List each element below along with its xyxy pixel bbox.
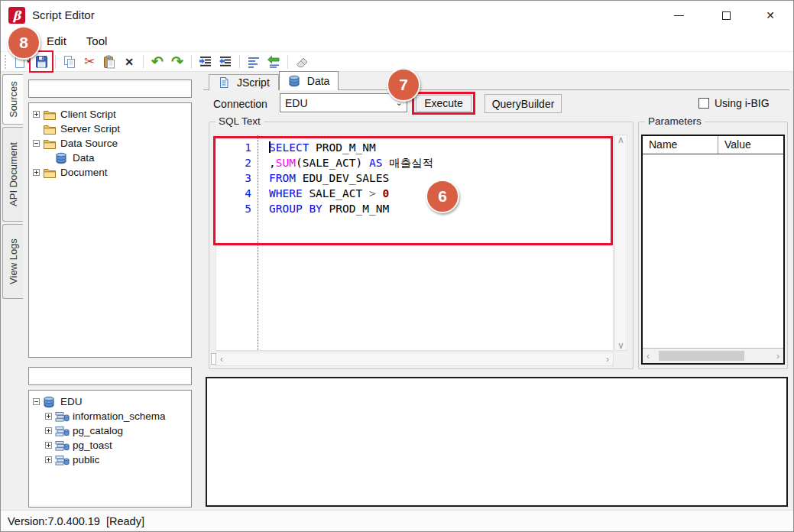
delete-icon: ✕	[125, 57, 134, 67]
parameters-group-label: Parameters	[645, 115, 705, 127]
toolbar-undo-button[interactable]: ↶	[147, 53, 167, 70]
tree-item-public[interactable]: public	[29, 453, 191, 467]
query-builder-button[interactable]: QueryBuilder	[485, 94, 562, 113]
toolbar-save-button[interactable]	[31, 53, 51, 70]
sql-horizontal-scrollbar[interactable]: ‹ ›	[216, 352, 614, 366]
scroll-left-icon[interactable]: ‹	[647, 352, 650, 361]
side-tab-api-document[interactable]: API Document	[2, 127, 23, 222]
parameters-group: Parameters Name Value ‹ ›	[638, 122, 788, 369]
schema-icon	[55, 454, 70, 466]
sql-line-3: FROM EDU_DEV_SALES	[259, 170, 611, 186]
sql-code-area[interactable]: SELECT PROD_M_NM,SUM(SALE_ACT) AS 매출실적FR…	[259, 140, 611, 216]
toolbar-separator	[143, 55, 144, 69]
toolbar-format-lines-button[interactable]	[244, 53, 264, 70]
tree-item-label: Data	[73, 152, 95, 164]
line-number: 5	[216, 201, 258, 216]
toolbar-indent-increase-button[interactable]	[196, 53, 216, 70]
copy-icon	[63, 55, 76, 69]
tree-item-server-script[interactable]: Server Script	[29, 122, 191, 136]
tab-jscript[interactable]: JScript	[209, 74, 279, 90]
parameters-scrollbar[interactable]: ‹ ›	[643, 348, 783, 363]
toolbar-delete-button[interactable]: ✕	[119, 53, 139, 70]
scroll-right-icon[interactable]: ›	[776, 352, 779, 361]
folder-icon	[43, 109, 57, 121]
toolbar-paste-button[interactable]	[99, 53, 119, 70]
tree-item-information-schema[interactable]: information_schema	[29, 409, 191, 423]
toolbar-redo-button[interactable]: ↷	[167, 53, 187, 70]
scroll-left-icon[interactable]: ‹	[220, 355, 223, 364]
line-number: 3	[216, 170, 258, 186]
side-tab-sources[interactable]: Sources	[2, 74, 23, 125]
scroll-up-icon[interactable]: ∧	[617, 135, 624, 144]
scrollbar-thumb[interactable]	[659, 351, 744, 361]
tab-data[interactable]: Data	[279, 71, 339, 90]
tree-item-label: pg_toast	[73, 440, 112, 451]
tree-item-data[interactable]: Data	[29, 151, 191, 165]
line-number: 2	[216, 155, 258, 170]
menu-edit[interactable]: Edit	[47, 34, 66, 47]
toolbar-indent-decrease-button[interactable]	[216, 53, 235, 70]
maximize-button[interactable]	[711, 5, 741, 26]
maximize-icon	[722, 11, 731, 20]
db-filter-input[interactable]	[28, 367, 192, 385]
sql-token: WHERE	[269, 187, 303, 200]
side-tab-label: API Document	[8, 142, 19, 206]
sql-token: EDU_DEV_SALES	[296, 172, 389, 184]
tree-item-client-script[interactable]: Client Script	[29, 107, 191, 122]
connection-select[interactable]: EDU ⌄	[280, 93, 407, 112]
script-filter-input[interactable]	[28, 79, 192, 98]
expand-icon[interactable]	[33, 169, 40, 176]
expand-icon[interactable]	[33, 111, 40, 118]
expand-icon[interactable]	[45, 456, 52, 463]
scroll-down-icon[interactable]: ∨	[617, 341, 624, 350]
toolbar-new-document-button[interactable]: ▾	[11, 53, 31, 70]
toolbar-move-left-button[interactable]	[264, 53, 284, 70]
column-header-value: Value	[718, 136, 783, 154]
close-button[interactable]: ✕	[756, 5, 785, 26]
using-ibig-checkbox[interactable]	[698, 98, 709, 109]
sql-token: 0	[382, 187, 389, 200]
tree-item-document[interactable]: Document	[29, 165, 191, 180]
toolbar-grip[interactable]	[5, 55, 8, 69]
tree-item-label: Data Source	[60, 138, 118, 149]
parameters-table: Name Value ‹ ›	[641, 135, 785, 365]
line-number-gutter: 12345	[216, 135, 258, 350]
splitter-grip[interactable]	[211, 353, 216, 365]
minimize-button[interactable]	[664, 5, 693, 26]
menu-tool[interactable]: Tool	[86, 34, 108, 47]
expand-icon[interactable]	[45, 442, 52, 449]
side-tab-view-logs[interactable]: View Logs	[2, 224, 23, 299]
tree-item-pg-catalog[interactable]: pg_catalog	[29, 423, 191, 438]
scroll-right-icon[interactable]: ›	[606, 355, 609, 364]
chevron-down-icon[interactable]: ⌄	[391, 98, 407, 108]
toolbar-copy-button[interactable]	[60, 53, 79, 70]
tree-item-label: Document	[60, 167, 108, 178]
move-left-icon	[267, 55, 280, 69]
folder-icon	[43, 123, 57, 135]
collapse-icon[interactable]	[33, 398, 40, 405]
title-bar: β Script Editor ✕	[1, 1, 793, 30]
tree-item-edu[interactable]: EDU	[29, 394, 191, 409]
database-icon	[55, 152, 70, 164]
sql-line-4: WHERE SALE_ACT > 0	[259, 186, 611, 201]
tree-item-pg-toast[interactable]: pg_toast	[29, 438, 191, 453]
script-tree: Client ScriptServer ScriptData SourceDat…	[28, 102, 192, 358]
toolbar-cut-button[interactable]: ✂	[79, 53, 99, 70]
expand-icon[interactable]	[45, 427, 52, 434]
indent-decrease-icon	[218, 55, 233, 69]
toolbar-eraser-button[interactable]	[292, 53, 312, 70]
parameters-body[interactable]	[643, 155, 783, 348]
toolbar-separator	[239, 55, 240, 69]
tree-item-data-source[interactable]: Data Source	[29, 136, 191, 151]
format-lines-icon	[247, 55, 261, 69]
schema-icon	[55, 410, 70, 423]
sql-vertical-scrollbar[interactable]: ∧ ∨	[614, 135, 627, 351]
connection-value: EDU	[280, 97, 391, 109]
cut-icon: ✂	[84, 55, 95, 68]
sql-editor[interactable]: 12345 SELECT PROD_M_NM,SUM(SALE_ACT) AS …	[216, 135, 614, 351]
execute-button[interactable]: Execute	[416, 95, 472, 112]
toolbar-separator	[287, 55, 288, 69]
dropdown-caret-icon[interactable]: ▾	[27, 58, 30, 65]
collapse-icon[interactable]	[33, 140, 40, 147]
expand-icon[interactable]	[45, 413, 52, 420]
